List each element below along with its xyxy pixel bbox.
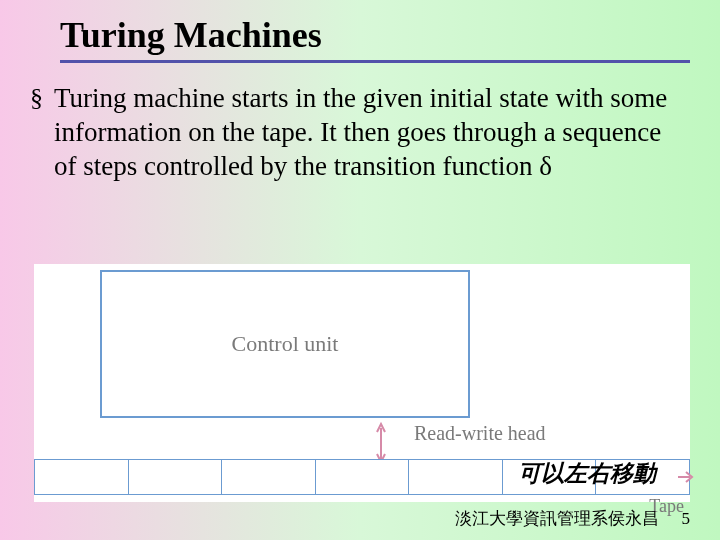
control-unit-box: Control unit (100, 270, 470, 418)
read-write-head-label: Read-write head (414, 422, 546, 445)
footer-affiliation: 淡江大學資訊管理系侯永昌 (455, 509, 659, 528)
head-arrow-icon (374, 420, 388, 460)
tape-cell (34, 459, 129, 495)
page-number: 5 (682, 509, 691, 528)
tape-cell (409, 459, 503, 495)
slide-footer: 淡江大學資訊管理系侯永昌 5 (0, 507, 720, 530)
bullet-marker: § (30, 81, 54, 115)
tape-cell (222, 459, 316, 495)
slide-content: § Turing machine starts in the given ini… (0, 63, 720, 183)
slide-title: Turing Machines (0, 0, 720, 60)
tape-cell (129, 459, 223, 495)
control-unit-label: Control unit (232, 331, 339, 357)
turing-machine-figure: Control unit Read-write head 可以左右移動 Tape (34, 264, 690, 502)
tape-cell (316, 459, 410, 495)
bullet-item: § Turing machine starts in the given ini… (30, 81, 690, 183)
tape-arrow-icon (676, 465, 694, 493)
movement-annotation: 可以左右移動 (518, 458, 656, 489)
body-text: Turing machine starts in the given initi… (54, 81, 690, 183)
